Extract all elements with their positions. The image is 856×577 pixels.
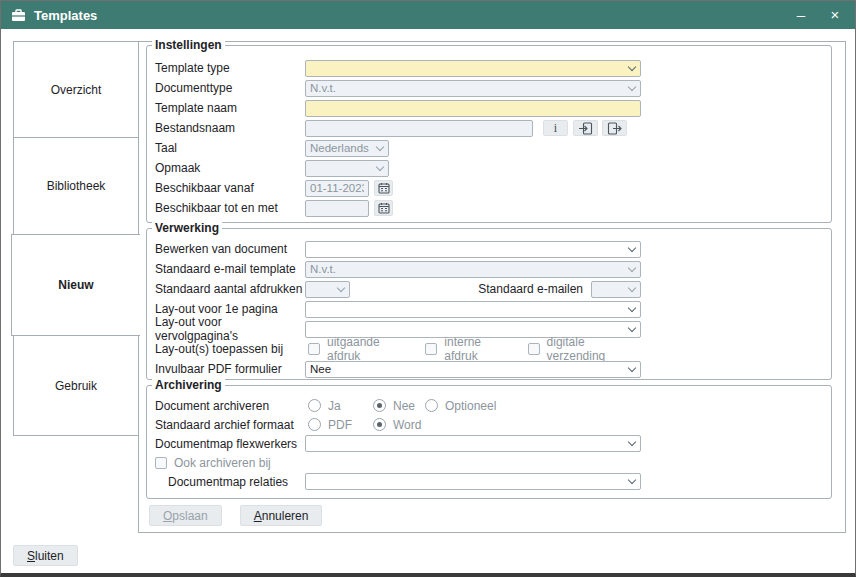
beschikbaar-vanaf-calendar-button[interactable]	[374, 180, 393, 196]
template-type-select[interactable]	[305, 60, 641, 77]
calendar-icon	[378, 182, 390, 194]
chevron-down-icon	[628, 303, 636, 311]
beschikbaar-tot-input	[305, 200, 369, 217]
field-label: Beschikbaar vanaf	[155, 181, 305, 195]
radio-label: Nee	[393, 399, 415, 413]
group-legend: Archivering	[152, 378, 225, 392]
tab-label: Nieuw	[58, 278, 93, 292]
beschikbaar-vanaf-input	[305, 180, 369, 197]
archiveren-optioneel-radio	[425, 399, 438, 412]
field-label: Opmaak	[155, 161, 305, 175]
invulbaar-pdf-select[interactable]: Nee	[305, 361, 641, 378]
templates-dialog: Templates – × Overzicht Bibliotheek Nieu…	[0, 0, 856, 577]
row-bestandsnaam: Bestandsnaam i	[147, 118, 831, 138]
briefcase-icon	[11, 9, 26, 22]
checkbox-label: interne afdruk	[444, 335, 513, 363]
group-instellingen: Instellingen Template type Documenttype …	[146, 45, 832, 223]
tab-bibliotheek[interactable]: Bibliotheek	[13, 137, 139, 235]
chevron-down-icon	[628, 243, 636, 251]
sluiten-button[interactable]: Sluiten	[13, 545, 78, 566]
checkbox-label: digitale verzending	[547, 335, 641, 363]
tab-gebruik[interactable]: Gebruik	[13, 335, 139, 436]
chevron-down-icon	[628, 438, 636, 446]
dialog-body: Overzicht Bibliotheek Nieuw Gebruik Inst…	[1, 29, 855, 573]
checkbox-label: uitgaande afdruk	[327, 335, 411, 363]
row-document-archiveren: Document archiveren Ja Nee	[147, 396, 831, 415]
tab-overzicht[interactable]: Overzicht	[13, 41, 139, 138]
field-label: Taal	[155, 141, 305, 155]
calendar-icon	[378, 202, 390, 214]
row-documentmap-flexwerkers: Documentmap flexwerkers	[147, 434, 831, 453]
chevron-down-icon	[628, 263, 636, 271]
group-legend: Instellingen	[152, 38, 225, 52]
field-label: Document archiveren	[155, 399, 305, 413]
chevron-down-icon	[376, 142, 384, 150]
row-template-type: Template type	[147, 58, 831, 78]
tab-label: Gebruik	[55, 379, 97, 393]
field-label: Lay-out(s) toepassen bij	[155, 342, 305, 356]
field-label: Template type	[155, 61, 305, 75]
checkbox-label: Ook archiveren bij	[174, 456, 271, 470]
row-layout-toepassen: Lay-out(s) toepassen bij uitgaande afdru…	[147, 339, 831, 359]
field-label: Lay-out voor 1e pagina	[155, 302, 305, 316]
field-label: Lay-out voor vervolgpagina's	[155, 315, 305, 343]
formaat-word-radio	[373, 418, 386, 431]
template-naam-input[interactable]	[305, 100, 641, 117]
row-beschikbaar-vanaf: Beschikbaar vanaf	[147, 178, 831, 198]
layout-1e-pagina-select[interactable]	[305, 301, 641, 318]
file-info-button[interactable]: i	[543, 120, 568, 136]
row-archief-formaat: Standaard archief formaat PDF Word	[147, 415, 831, 434]
export-file-button[interactable]	[602, 120, 627, 136]
row-ook-archiveren: Ook archiveren bij	[147, 453, 831, 472]
beschikbaar-tot-calendar-button[interactable]	[374, 200, 393, 216]
chevron-down-icon	[628, 62, 636, 70]
archiveren-ja-radio	[308, 399, 321, 412]
interne-afdruk-checkbox	[425, 343, 437, 355]
info-icon: i	[554, 122, 557, 134]
documentmap-flexwerkers-select[interactable]	[305, 435, 641, 452]
field-label: Template naam	[155, 101, 305, 115]
field-label: Bewerken van document	[155, 242, 305, 256]
bewerken-van-document-select[interactable]	[305, 241, 641, 258]
annuleren-button[interactable]: Annuleren	[240, 505, 323, 526]
group-verwerking: Verwerking Bewerken van document Standaa…	[146, 228, 832, 380]
chevron-down-icon	[337, 283, 345, 291]
chevron-down-icon	[628, 283, 636, 291]
row-documentmap-relaties: Documentmap relaties	[147, 472, 831, 491]
opmaak-select	[305, 160, 389, 177]
row-taal: Taal Nederlands	[147, 138, 831, 158]
field-label: Standaard archief formaat	[155, 418, 305, 432]
radio-label: Ja	[328, 399, 341, 413]
tab-label: Bibliotheek	[47, 179, 106, 193]
opslaan-button[interactable]: Opslaan	[149, 505, 222, 526]
row-documenttype: Documenttype N.v.t.	[147, 78, 831, 98]
chevron-down-icon	[628, 82, 636, 90]
chevron-down-icon	[628, 363, 636, 371]
radio-label: PDF	[328, 418, 352, 432]
radio-label: Word	[393, 418, 421, 432]
radio-label: Optioneel	[445, 399, 496, 413]
bestandsnaam-input	[305, 120, 533, 137]
row-aantal-afdrukken: Standaard aantal afdrukken Standaard e-m…	[147, 279, 831, 299]
chevron-down-icon	[628, 323, 636, 331]
standaard-aantal-afdrukken-select	[305, 281, 350, 298]
row-email-template: Standaard e-mail template N.v.t.	[147, 259, 831, 279]
field-label: Standaard e-mailen	[478, 282, 583, 296]
group-legend: Verwerking	[152, 221, 222, 235]
field-label: Documentmap relaties	[168, 475, 305, 489]
group-archivering: Archivering Document archiveren Ja Nee	[146, 385, 832, 499]
field-label: Documenttype	[155, 81, 305, 95]
close-button[interactable]: ×	[825, 1, 845, 29]
import-file-button[interactable]	[573, 120, 598, 136]
field-label: Invulbaar PDF formulier	[155, 362, 305, 376]
import-document-icon	[578, 122, 593, 135]
title-bar: Templates – ×	[1, 1, 855, 29]
field-label: Standaard e-mail template	[155, 262, 305, 276]
tab-nieuw[interactable]: Nieuw	[11, 234, 140, 336]
documentmap-relaties-select[interactable]	[305, 473, 641, 490]
row-template-naam: Template naam	[147, 98, 831, 118]
standaard-email-template-select: N.v.t.	[305, 261, 641, 278]
chevron-down-icon	[628, 476, 636, 484]
minimize-button[interactable]: –	[791, 1, 811, 29]
export-document-icon	[607, 122, 622, 135]
